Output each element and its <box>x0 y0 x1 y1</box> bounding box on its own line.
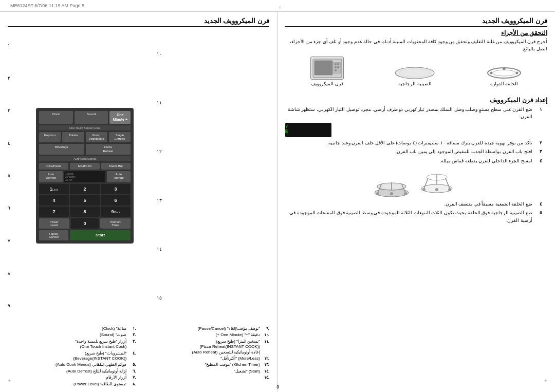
step-img-1 <box>419 167 455 198</box>
label-10: .١٠ دقيقة "+" (One Minute +) <box>141 332 270 338</box>
num-5-btn[interactable]: 5 <box>70 195 100 206</box>
microwave-thumbnail <box>310 57 344 80</box>
svg-point-33 <box>404 192 407 195</box>
start-btn[interactable]: Start <box>70 230 131 240</box>
top-cross: + <box>278 5 283 10</box>
label-12: .١٢ (More/Less) "أكثر/أقل" <box>141 356 270 361</box>
lbl-r3: ٣ <box>8 108 23 113</box>
label-15: .١٥ <box>141 375 270 380</box>
rice-pasta-btn[interactable]: Rice/Pasta <box>39 163 68 170</box>
num-4-btn[interactable]: 4 <box>39 195 69 206</box>
svg-text:KG  QL  QL  QTY: KG QL QL QTY <box>285 125 288 129</box>
setup-section: إعداد فرن الميكروويف ١ ضع الفرن على سطح … <box>285 97 547 226</box>
page-container: ME6124ST 6/7/06 11:19 AM Page 5 + فرن ال… <box>0 0 555 392</box>
svg-point-32 <box>376 192 379 195</box>
step-5: ٥ ضع الصينية الزجاجية فوق الحلقة بحيث تك… <box>285 209 542 224</box>
lbl-l10: ١٠ <box>146 51 162 57</box>
control-panel: Clock Sound OneMinute + One Touch Sensor… <box>36 108 134 244</box>
label-1: .١ ساعة" (Clock) <box>8 326 136 331</box>
setup-title: إعداد فرن الميكروويف <box>285 97 547 104</box>
auto-reheat-btn[interactable]: AutoReheat <box>107 171 131 182</box>
lbl-r4: ٤ <box>8 141 23 146</box>
sound-btn[interactable]: Sound <box>75 111 108 124</box>
left-title: فرن الميكروويف الجديد <box>8 17 269 27</box>
num-3-btn[interactable]: 3 <box>101 184 131 194</box>
step-4b: ٤ ضع الحلقة الجمعية مسبقاً في منتصف الفر… <box>285 200 542 208</box>
cp-auto-row: AutoDefrost 1.Meat2.Poultry3.Fish AutoRe… <box>39 171 131 182</box>
svg-point-4 <box>337 63 339 65</box>
lbl-l14: ١٤ <box>146 247 162 252</box>
parts-check-section: التحقق من الأجزاء أخرج فرن الميكروويف من… <box>285 29 547 90</box>
svg-point-5 <box>335 66 337 68</box>
svg-rect-15 <box>285 123 331 137</box>
num-2-btn[interactable]: 2 <box>70 184 100 194</box>
num-6-btn[interactable]: 6 <box>101 195 131 206</box>
label-13: .١٣ (Kitchen Timer) "موقت المطبخ" <box>141 362 270 367</box>
cp-top-row: Clock Sound OneMinute + <box>39 111 131 124</box>
label-2: .٢ صوت" (Sound) <box>8 332 136 338</box>
bottom-right-cross: + <box>544 377 547 384</box>
svg-point-6 <box>337 66 339 68</box>
bottom-labels: .٩ "توقيف مؤقت/إلغاء" (Pause/Cancel) .١٠… <box>8 326 269 387</box>
lbl-r5: ٥ <box>8 173 23 178</box>
num-0-btn[interactable]: 0 <box>71 218 99 229</box>
num-7-btn[interactable]: 7 <box>39 207 69 217</box>
beverage-btn[interactable]: Beverage <box>39 144 84 154</box>
svg-point-23 <box>422 188 425 191</box>
one-minute-btn[interactable]: OneMinute + <box>109 111 131 124</box>
microwave-label: فرن الميكروويف <box>311 81 343 86</box>
lbl-l11: ١١ <box>146 100 162 105</box>
svg-point-24 <box>448 188 451 191</box>
svg-text:88:88: 88:88 <box>285 129 288 134</box>
step-3: ٣ افتح باب الفرن بواسطة الجذب للمقبض الم… <box>285 148 542 155</box>
microwave-svg <box>312 58 343 79</box>
num-8-btn[interactable]: 8 <box>70 207 100 217</box>
meat-fish-btn[interactable]: Meat/Fish <box>70 163 99 170</box>
turntable-support-svg <box>419 167 455 195</box>
microwave-diagram: Clock Sound OneMinute + One Touch Sensor… <box>28 29 141 322</box>
label-14: .١٤ (Start) "تشغيل" <box>141 369 270 374</box>
pause-cancel-btn[interactable]: PauseCancel <box>39 230 68 240</box>
kitchen-timer-btn[interactable]: KitchenTimer <box>100 218 131 229</box>
clock-btn[interactable]: Clock <box>39 111 73 124</box>
num-1-btn[interactable]: 1Less <box>39 184 69 194</box>
main-content: فرن الميكروويف الجديد ١ ٢ ٣ ٤ ٥ ٦ ٧ ٨ ٩ <box>0 11 555 392</box>
num-9-btn[interactable]: 9More <box>101 207 131 217</box>
right-number-labels: ١ ٢ ٣ ٤ ٥ ٦ ٧ ٨ ٩ <box>8 29 23 322</box>
popcorn-btn[interactable]: Popcorn <box>39 132 61 142</box>
cp-final-row: PauseCancel Start <box>39 230 131 240</box>
glass-plate-svg <box>394 67 435 80</box>
cp-bottom-row: PowerLevel 0 KitchenTimer <box>39 218 131 229</box>
cp-food-row3: Rice/Pasta Meat/Fish Snack Bar <box>39 163 131 170</box>
svg-point-3 <box>335 63 337 65</box>
display-svg: KG QL QL QTY 88:88 <box>285 123 331 137</box>
right-panel: فرن الميكروويف الجديد التحقق من الأجزاء … <box>278 12 555 392</box>
glass-plate-item: الصينية الزجاجية <box>394 67 435 86</box>
label-8: .٨ "مستوى الطاقة" (Power Level) <box>8 382 136 387</box>
left-number-labels: ١٠ ١١ ١٢ ١٣ ١٤ ١٥ <box>146 29 162 322</box>
svg-point-34 <box>390 192 393 195</box>
setup-steps: ١ ضع الفرن على سطح مستوٍ وصلب وصل السلك … <box>285 106 547 224</box>
pizza-reheat-btn[interactable]: PizzaReheat <box>86 144 131 154</box>
fresh-veg-btn[interactable]: FreshVegetables <box>86 132 107 142</box>
lbl-r1: ١ <box>8 43 23 48</box>
single-entrees-btn[interactable]: SingleEntrees <box>109 132 131 142</box>
step-2: ٢ تأكد من توفر تهوية جيدة للفرن بترك مسا… <box>285 139 542 146</box>
potato-btn[interactable]: Potato <box>62 132 84 142</box>
ring-label: الحلقة الدوارة <box>490 81 519 86</box>
parts-check-title: التحقق من الأجزاء <box>285 29 547 36</box>
snack-bar-btn[interactable]: Snack Bar <box>101 163 131 170</box>
microwave-image-item: فرن الميكروويف <box>310 57 344 86</box>
svg-rect-1 <box>314 61 332 75</box>
glass-plate-label: الصينية الزجاجية <box>398 81 432 86</box>
power-level-btn[interactable]: PowerLevel <box>39 218 69 229</box>
label-5: .٥ قوائم الطهي التلقاني (Auto Cook Menus… <box>8 362 136 367</box>
left-top: ١ ٢ ٣ ٤ ٥ ٦ ٧ ٨ ٩ Clock Sou <box>8 29 269 322</box>
lbl-l12: ١٢ <box>146 149 162 154</box>
bottom-left-cross: + <box>8 377 11 384</box>
lbl-l15: ١٥ <box>146 295 162 301</box>
parts-check-text: أخرج فرن الميكروويف من علبة التغليف وتحق… <box>285 39 547 52</box>
auto-defrost-btn[interactable]: AutoDefrost <box>39 171 63 182</box>
page-number: ٥ <box>276 384 279 389</box>
label-7: .٧ أزرار الأرقام <box>8 375 136 380</box>
